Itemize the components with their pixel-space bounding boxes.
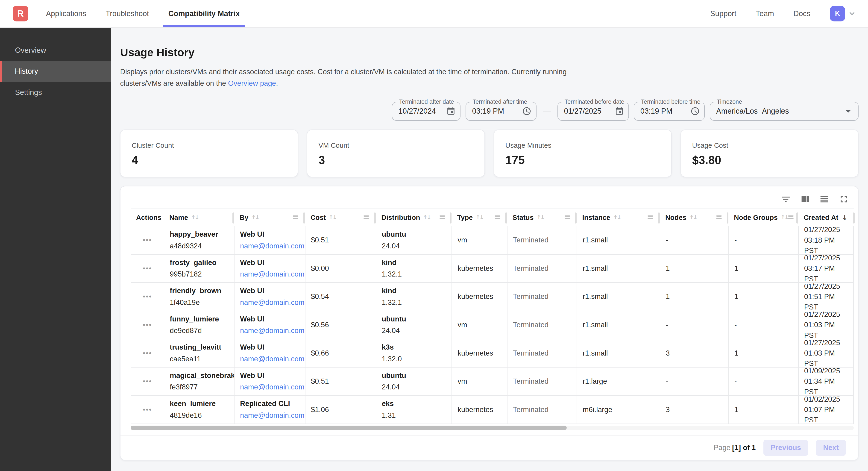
next-page-button[interactable]: Next xyxy=(816,440,846,456)
column-menu-icon[interactable] xyxy=(495,215,500,219)
column-menu-icon[interactable] xyxy=(293,215,298,219)
column-menu-icon[interactable] xyxy=(565,215,570,219)
cell-type: kubernetes xyxy=(452,396,507,423)
status-badge: Terminated xyxy=(513,321,571,329)
column-separator[interactable] xyxy=(853,212,855,224)
stat-card-vm-count: VM Count 3 xyxy=(307,129,485,177)
fullscreen-button[interactable] xyxy=(838,194,849,205)
sort-arrows-icon[interactable]: ↑↓ xyxy=(475,214,483,221)
row-actions-button ellipsis-icon[interactable]: ••• xyxy=(143,321,152,329)
terminated-after-date-field[interactable]: Terminated after date 10/27/2024 xyxy=(392,102,461,121)
row-actions-button ellipsis-icon[interactable]: ••• xyxy=(143,264,152,273)
cell-node_groups: 1 xyxy=(729,396,799,423)
table-body: •••happy_beavera48d9324Web UIname@domain… xyxy=(131,226,854,424)
sort-desc-arrow-icon[interactable]: ↓ xyxy=(842,213,848,222)
row-actions-button ellipsis-icon[interactable]: ••• xyxy=(143,406,152,414)
brand-logo[interactable]: R xyxy=(13,6,28,21)
cell-nodes: 1 xyxy=(660,283,729,311)
sidebar-item-history[interactable]: History xyxy=(0,61,111,82)
column-header-type[interactable]: Type↑↓ xyxy=(452,209,507,226)
column-header-distribution[interactable]: Distribution↑↓ xyxy=(376,209,452,226)
cell-distribution: eks1.31 xyxy=(376,396,452,423)
account-menu[interactable]: K xyxy=(830,6,857,21)
column-header-by[interactable]: By↑↓ xyxy=(234,209,305,226)
sort-arrows-icon[interactable]: ↑↓ xyxy=(780,214,788,221)
overview-page-link[interactable]: Overview page xyxy=(228,79,276,87)
column-menu-icon[interactable] xyxy=(648,215,653,219)
terminated-before-time-field[interactable]: Terminated before time 03:19 PM xyxy=(634,102,705,121)
sort-arrows-icon[interactable]: ↑↓ xyxy=(251,214,259,221)
fullscreen-icon xyxy=(838,194,849,205)
row-actions-button ellipsis-icon[interactable]: ••• xyxy=(143,292,152,301)
column-menu-icon[interactable] xyxy=(716,215,722,219)
row-actions-button ellipsis-icon[interactable]: ••• xyxy=(143,377,152,385)
page-indicator: Page[1] of 1 xyxy=(714,444,755,452)
column-separator[interactable] xyxy=(450,212,452,224)
terminated-after-time-field[interactable]: Terminated after time 03:19 PM xyxy=(466,102,536,121)
column-separator[interactable] xyxy=(658,212,660,224)
nav-tab-applications[interactable]: Applications xyxy=(46,0,86,27)
row-actions-button ellipsis-icon[interactable]: ••• xyxy=(143,236,152,244)
cell-cost: $0.00 xyxy=(306,255,376,283)
previous-page-button[interactable]: Previous xyxy=(764,440,808,456)
sort-arrows-icon[interactable]: ↑↓ xyxy=(613,214,621,221)
nav-link-support[interactable]: Support xyxy=(710,9,737,18)
email-link[interactable]: name@domain.com xyxy=(240,411,305,419)
timezone-select[interactable]: Timezone America/Los_Angeles xyxy=(710,102,859,121)
columns-button[interactable] xyxy=(799,194,810,205)
filter-button[interactable] xyxy=(780,194,791,205)
clock-icon[interactable] xyxy=(690,107,700,116)
field-value: America/Los_Angeles xyxy=(716,107,843,115)
column-header-node_groups[interactable]: Node Groups↑↓ xyxy=(728,209,798,226)
nav-link-docs[interactable]: Docs xyxy=(793,9,810,18)
column-separator[interactable] xyxy=(303,212,305,224)
sidebar-item-overview[interactable]: Overview xyxy=(0,40,111,61)
arrow-dropdown-icon[interactable] xyxy=(843,106,854,117)
clock-icon[interactable] xyxy=(522,107,531,116)
horizontal-scrollbar[interactable] xyxy=(131,425,854,430)
column-separator[interactable] xyxy=(374,212,376,224)
email-link[interactable]: name@domain.com xyxy=(240,355,305,363)
column-header-name[interactable]: Name↑↓ xyxy=(164,209,234,226)
column-header-created_at[interactable]: Created At↓ xyxy=(798,209,855,226)
sort-arrows-icon[interactable]: ↑↓ xyxy=(423,214,431,221)
column-menu-icon[interactable] xyxy=(788,215,794,219)
email-link[interactable]: name@domain.com xyxy=(240,242,305,250)
column-separator[interactable] xyxy=(727,212,728,224)
cell-by: Web UIname@domain.com xyxy=(235,311,306,339)
column-menu-icon[interactable] xyxy=(439,215,445,219)
table-row: •••trusting_leavittcae5ea11Web UIname@do… xyxy=(131,339,853,367)
sidebar-item-settings[interactable]: Settings xyxy=(0,82,111,103)
column-header-cost[interactable]: Cost↑↓ xyxy=(305,209,376,226)
email-link[interactable]: name@domain.com xyxy=(240,298,305,306)
row-actions-button ellipsis-icon[interactable]: ••• xyxy=(143,349,152,357)
email-link[interactable]: name@domain.com xyxy=(240,383,305,391)
column-header-instance[interactable]: Instance↑↓ xyxy=(577,209,659,226)
sort-arrows-icon[interactable]: ↑↓ xyxy=(536,214,544,221)
calendar-icon[interactable] xyxy=(446,107,456,116)
terminated-before-date-field[interactable]: Terminated before date 01/27/2025 xyxy=(557,102,629,121)
sort-arrows-icon[interactable]: ↑↓ xyxy=(329,214,336,221)
density-icon xyxy=(819,194,830,205)
column-header-status[interactable]: Status↑↓ xyxy=(507,209,577,226)
column-separator[interactable] xyxy=(505,212,507,224)
nav-tab-compatibility-matrix[interactable]: Compatibility Matrix xyxy=(168,0,240,27)
nav-link-team[interactable]: Team xyxy=(756,9,774,18)
nav-tab-troubleshoot[interactable]: Troubleshoot xyxy=(105,0,149,27)
calendar-icon[interactable] xyxy=(615,107,624,116)
column-separator[interactable] xyxy=(232,212,234,224)
sort-arrows-icon[interactable]: ↑↓ xyxy=(191,214,198,221)
column-separator[interactable] xyxy=(575,212,577,224)
sort-arrows-icon[interactable]: ↑↓ xyxy=(689,214,697,221)
scrollbar-thumb[interactable] xyxy=(131,425,567,430)
nav-tabs: Applications Troubleshoot Compatibility … xyxy=(46,0,240,27)
column-menu-icon[interactable] xyxy=(364,215,369,219)
column-label: By xyxy=(240,214,248,222)
column-separator[interactable] xyxy=(796,212,798,224)
density-button[interactable] xyxy=(819,194,830,205)
email-link[interactable]: name@domain.com xyxy=(240,326,305,334)
table-row: •••frosty_galileo995b7182Web UIname@doma… xyxy=(131,255,853,283)
column-header-nodes[interactable]: Nodes↑↓ xyxy=(660,209,728,226)
email-link[interactable]: name@domain.com xyxy=(240,270,305,278)
cell-nodes: 1 xyxy=(660,255,729,283)
